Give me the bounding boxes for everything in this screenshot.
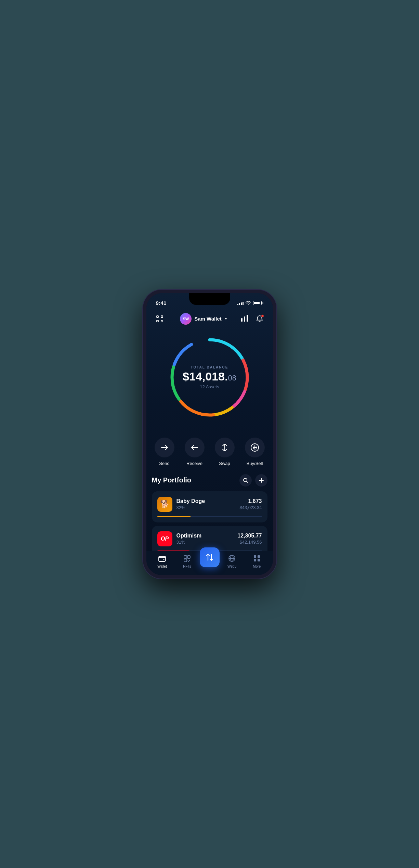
portfolio-section: My Portfolio (146, 474, 273, 551)
account-selector[interactable]: SW Sam Wallet ▾ (180, 313, 226, 325)
svg-rect-23 (187, 556, 190, 558)
balance-amount: $14,018.08 (183, 371, 236, 382)
send-icon (155, 438, 174, 457)
action-buttons: Send Receive Swap (146, 432, 273, 474)
chart-icon (241, 315, 248, 322)
notification-button[interactable] (253, 312, 266, 325)
notch (189, 293, 230, 305)
nav-swap-center[interactable] (200, 554, 220, 567)
asset-card-optimism[interactable]: OP Optimism 31% 12,305.77 $42,149.56 (152, 526, 267, 551)
nav-web3[interactable]: Web3 (220, 554, 245, 568)
center-swap-button[interactable] (200, 547, 220, 567)
signal-icon (237, 301, 244, 305)
nav-more[interactable]: More (245, 554, 270, 568)
svg-rect-30 (258, 559, 260, 561)
balance-center: TOTAL BALANCE $14,018.08 12 Assets (183, 365, 236, 389)
send-label: Send (159, 461, 169, 466)
asset-name: Optimism (176, 533, 202, 539)
buysell-button[interactable]: Buy/Sell (245, 438, 265, 466)
asset-left: OP Optimism 31% (157, 531, 202, 546)
swap-button[interactable]: Swap (215, 438, 235, 466)
svg-rect-7 (241, 318, 243, 322)
asset-value: $43,023.34 (239, 505, 262, 510)
svg-rect-28 (258, 555, 260, 558)
balance-label: TOTAL BALANCE (183, 365, 236, 369)
portfolio-add-button[interactable] (255, 474, 267, 487)
nfts-icon (182, 554, 192, 563)
scan-button[interactable] (153, 312, 166, 325)
svg-rect-1 (161, 316, 163, 318)
optimism-icon: OP (157, 531, 172, 546)
portfolio-title: My Portfolio (152, 476, 192, 484)
status-time: 9:41 (156, 300, 167, 306)
swap-arrows-icon (205, 553, 214, 562)
asset-amount: 1.673 (239, 498, 262, 504)
wallet-icon (157, 554, 167, 563)
asset-name: Baby Doge (176, 498, 205, 504)
svg-rect-9 (247, 315, 248, 322)
header-right (241, 312, 266, 325)
svg-rect-24 (184, 559, 187, 562)
progress-fill (157, 516, 191, 517)
asset-info: Baby Doge 32% (176, 498, 205, 510)
portfolio-actions (239, 474, 267, 487)
portfolio-header: My Portfolio (152, 474, 267, 487)
wallet-nav-label: Wallet (157, 565, 167, 568)
svg-rect-20 (159, 556, 166, 561)
swap-icon (215, 438, 235, 457)
bottom-nav: Wallet NFTs (146, 551, 273, 575)
nfts-nav-label: NFTs (183, 565, 191, 568)
buysell-icon (245, 438, 265, 457)
asset-value: $42,149.56 (237, 540, 262, 545)
svg-rect-27 (254, 555, 256, 558)
receive-label: Receive (186, 461, 202, 466)
asset-percent: 31% (176, 540, 202, 545)
more-icon (252, 554, 262, 563)
plus-icon (259, 478, 264, 483)
baby-doge-icon: 🐕 (157, 497, 172, 512)
nav-nfts[interactable]: NFTs (175, 554, 200, 568)
web3-nav-label: Web3 (227, 565, 236, 568)
svg-rect-8 (244, 316, 245, 322)
balance-section: TOTAL BALANCE $14,018.08 12 Assets (146, 329, 273, 432)
asset-info: Optimism 31% (176, 533, 202, 545)
buysell-label: Buy/Sell (247, 461, 263, 466)
svg-rect-29 (254, 559, 256, 561)
avatar: SW (180, 313, 192, 325)
wifi-icon (246, 301, 251, 305)
search-icon (243, 478, 248, 483)
asset-left: 🐕 Baby Doge 32% (157, 497, 205, 512)
donut-chart: TOTAL BALANCE $14,018.08 12 Assets (165, 333, 254, 422)
header: SW Sam Wallet ▾ (146, 308, 273, 329)
account-name: Sam Wallet (194, 316, 221, 322)
status-icons (237, 301, 263, 305)
battery-icon (253, 301, 263, 305)
svg-point-21 (163, 559, 165, 560)
chevron-down-icon: ▾ (225, 317, 227, 321)
asset-card-baby-doge[interactable]: 🐕 Baby Doge 32% 1.673 $43,023.34 (152, 491, 267, 522)
more-nav-label: More (253, 565, 261, 568)
portfolio-search-button[interactable] (239, 474, 252, 487)
receive-button[interactable]: Receive (185, 438, 205, 466)
send-button[interactable]: Send (155, 438, 174, 466)
asset-row: OP Optimism 31% 12,305.77 $42,149.56 (157, 531, 262, 546)
balance-assets: 12 Assets (183, 384, 236, 389)
svg-rect-22 (184, 556, 187, 558)
screen: 9:41 (146, 293, 273, 575)
receive-icon (185, 438, 205, 457)
asset-row: 🐕 Baby Doge 32% 1.673 $43,023.34 (157, 497, 262, 512)
notification-dot (261, 314, 264, 318)
phone-frame: 9:41 (143, 290, 276, 579)
asset-percent: 32% (176, 505, 205, 510)
nav-wallet[interactable]: Wallet (150, 554, 175, 568)
scan-icon (156, 315, 164, 323)
asset-amount: 12,305.77 (237, 533, 262, 539)
progress-bar (157, 516, 262, 517)
swap-label: Swap (219, 461, 230, 466)
web3-icon (227, 554, 237, 563)
asset-right: 1.673 $43,023.34 (239, 498, 262, 510)
svg-rect-0 (157, 316, 158, 318)
svg-rect-2 (157, 320, 158, 322)
chart-button[interactable] (241, 315, 248, 323)
asset-right: 12,305.77 $42,149.56 (237, 533, 262, 545)
